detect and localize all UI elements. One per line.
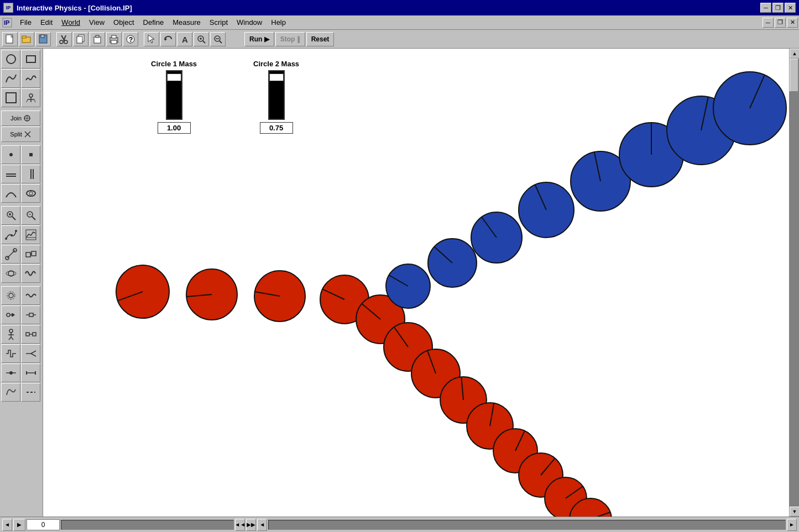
open-button[interactable] <box>19 32 34 46</box>
join-button[interactable]: Join <box>1 110 40 126</box>
menu-file[interactable]: File <box>15 17 36 28</box>
print-button[interactable] <box>106 32 122 46</box>
canvas-area: Circle 1 Mass 1.00 Circle 2 Mass 0.75 <box>43 49 789 517</box>
scroll-right3-arrow[interactable]: ◄ <box>257 519 267 531</box>
svg-rect-77 <box>29 313 33 317</box>
constrain-tool[interactable] <box>1 245 20 264</box>
play-back-button[interactable]: ▶ <box>13 519 25 531</box>
run-button[interactable]: Run ▶ <box>244 32 274 46</box>
point-tool[interactable] <box>1 145 20 164</box>
rotate-tool[interactable] <box>1 364 20 382</box>
menu-restore-btn[interactable]: ❐ <box>775 18 786 28</box>
pointer-tool[interactable] <box>144 32 159 46</box>
splitter-tool[interactable] <box>21 344 40 363</box>
ellipse-tool[interactable] <box>21 184 40 203</box>
menu-define[interactable]: Define <box>139 17 169 28</box>
zoom-out-tool[interactable] <box>210 32 226 46</box>
graph-tool[interactable] <box>21 225 40 244</box>
curve-tool[interactable] <box>1 69 20 88</box>
cut-button[interactable] <box>56 32 72 46</box>
scroll-left-arrow[interactable]: ◄ <box>2 519 12 531</box>
reset-button[interactable]: Reset <box>306 32 335 46</box>
line-tool[interactable] <box>1 165 20 183</box>
scroll-track-horizontal2[interactable] <box>268 520 786 530</box>
rectangle-tool[interactable] <box>21 50 40 69</box>
script-tool[interactable] <box>1 383 20 402</box>
track-tool[interactable] <box>1 225 20 244</box>
tool-row-7 <box>1 206 41 225</box>
save-button[interactable] <box>35 32 51 46</box>
menu-window[interactable]: Window <box>232 17 267 28</box>
circle-tool[interactable] <box>1 50 20 69</box>
svg-rect-6 <box>41 35 44 38</box>
measure2-tool[interactable] <box>21 364 40 382</box>
tool-row-16 <box>1 383 41 402</box>
menu-close-btn[interactable]: ✕ <box>787 18 798 28</box>
paste-button[interactable] <box>90 32 105 46</box>
signal-tool[interactable] <box>1 344 20 363</box>
app-icon: IP <box>3 3 13 13</box>
svg-rect-16 <box>112 35 116 38</box>
menu-help[interactable]: Help <box>267 17 290 28</box>
stop-button[interactable]: Stop ‖ <box>275 32 305 46</box>
new-button[interactable] <box>2 32 18 46</box>
split-button[interactable]: Split <box>1 127 40 142</box>
polygon-tool[interactable] <box>1 88 20 107</box>
restore-button[interactable]: ❐ <box>772 3 784 13</box>
close-button[interactable]: ✕ <box>785 3 796 13</box>
tool-row-9 <box>1 245 41 264</box>
menu-edit[interactable]: Edit <box>36 17 57 28</box>
minimize-button[interactable]: ─ <box>760 3 771 13</box>
zoom-in-tool[interactable] <box>194 32 209 46</box>
connector-tool[interactable] <box>21 325 40 344</box>
wave-tool[interactable] <box>21 264 40 283</box>
person-tool[interactable] <box>1 325 20 344</box>
double-line-tool[interactable] <box>21 165 40 183</box>
scroll-up-arrow[interactable]: ▲ <box>790 49 799 59</box>
svg-point-71 <box>7 292 15 299</box>
menu-world[interactable]: World <box>57 17 85 28</box>
menu-right-buttons[interactable]: ─ ❐ ✕ <box>763 18 798 28</box>
menu-object[interactable]: Object <box>109 17 139 28</box>
tool-row-6 <box>1 184 41 203</box>
help-button[interactable]: ? <box>123 32 138 46</box>
menu-measure[interactable]: Measure <box>168 17 205 28</box>
scroll-track-horizontal[interactable] <box>61 520 234 530</box>
scroll-far-right-arrow[interactable]: ► <box>787 519 797 531</box>
text-tool[interactable]: A <box>177 32 192 46</box>
anchor-tool[interactable] <box>21 88 40 107</box>
scroll-thumb-vertical[interactable] <box>790 59 798 92</box>
tool-row-8 <box>1 225 41 244</box>
tool-row-15 <box>1 364 41 382</box>
spring-tool[interactable] <box>21 286 40 305</box>
square-point-tool[interactable] <box>21 145 40 164</box>
copy-button[interactable] <box>73 32 88 46</box>
freeform-tool[interactable] <box>21 69 40 88</box>
measure-tool[interactable] <box>21 206 40 225</box>
magnify-tool[interactable] <box>1 206 20 225</box>
planet-tool[interactable] <box>1 264 20 283</box>
scroll-track-vertical[interactable] <box>790 59 799 507</box>
undo-button[interactable] <box>160 32 176 46</box>
svg-rect-4 <box>22 36 26 38</box>
tool-row-14 <box>1 344 41 363</box>
svg-line-28 <box>220 41 222 43</box>
scroll-right2-arrow[interactable]: ▶▶ <box>246 519 256 531</box>
gear-tool[interactable] <box>1 286 20 305</box>
rope-tool[interactable] <box>1 305 20 324</box>
svg-point-10 <box>64 40 67 44</box>
scroll-down-arrow[interactable]: ▼ <box>790 507 799 517</box>
svg-point-53 <box>9 213 11 215</box>
menu-script[interactable]: Script <box>205 17 232 28</box>
frame-input[interactable]: 0 <box>27 519 60 530</box>
menu-minimize-btn[interactable]: ─ <box>763 18 774 28</box>
damper-tool[interactable] <box>21 305 40 324</box>
title-buttons[interactable]: ─ ❐ ✕ <box>760 3 796 13</box>
title-bar-left: IP Interactive Physics - [Collision.IP] <box>3 3 132 13</box>
app-menu-icon[interactable]: IP <box>1 17 13 29</box>
dash-tool[interactable] <box>21 383 40 402</box>
menu-view[interactable]: View <box>85 17 109 28</box>
scroll-left2-arrow[interactable]: ◄◄ <box>235 519 245 531</box>
arc-tool[interactable] <box>1 184 20 203</box>
link-tool[interactable] <box>21 245 40 264</box>
